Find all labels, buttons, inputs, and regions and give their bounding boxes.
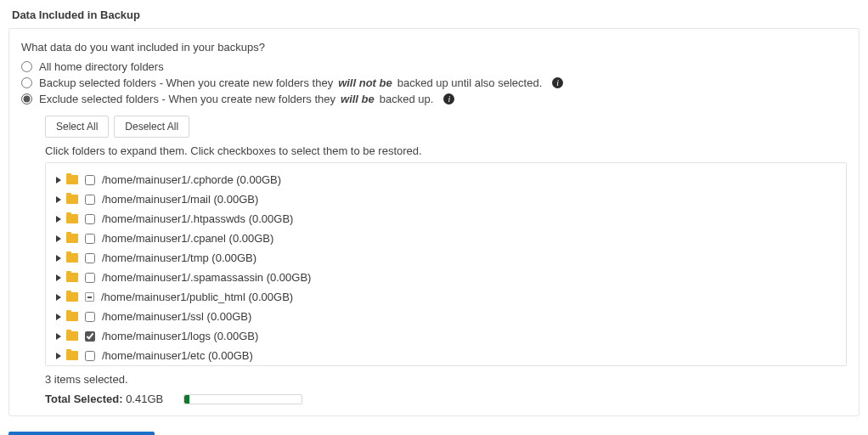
folder-icon <box>66 195 78 204</box>
folder-checkbox[interactable] <box>85 331 95 342</box>
chevron-right-icon[interactable] <box>56 177 61 184</box>
selected-status: 3 items selected. <box>45 373 847 386</box>
radio-all-label: All home directory folders <box>39 60 164 73</box>
progress-fill <box>184 395 189 404</box>
radio-exclude-selected[interactable] <box>21 93 32 105</box>
actions-row: Apply Changes Cancel <box>0 425 868 435</box>
radio-all[interactable] <box>21 61 32 72</box>
radio-exclude-selected-emph: will be <box>341 93 375 105</box>
chevron-right-icon[interactable] <box>56 255 61 262</box>
folder-path: /home/mainuser1/etc (0.00GB) <box>102 349 253 362</box>
folder-path: /home/mainuser1/.htpasswds (0.00GB) <box>102 212 293 225</box>
tree-row[interactable]: /home/mainuser1/tmp (0.00GB) <box>54 248 839 268</box>
tree-row[interactable]: /home/mainuser1/.htpasswds (0.00GB) <box>54 209 839 229</box>
folder-tree[interactable]: /home/mainuser1/.cphorde (0.00GB)/home/m… <box>45 162 847 366</box>
radio-option-backup-selected[interactable]: Backup selected folders - When you creat… <box>21 75 847 91</box>
chevron-right-icon[interactable] <box>56 314 61 320</box>
panel-title: Data Included in Backup <box>0 0 868 28</box>
chevron-right-icon[interactable] <box>56 196 61 203</box>
tree-row[interactable]: /home/mainuser1/public_html (0.00GB) <box>54 287 839 307</box>
folder-path: /home/mainuser1/logs (0.00GB) <box>102 330 258 342</box>
radio-backup-selected-post: backed up until also selected. <box>397 76 543 89</box>
tree-row[interactable]: /home/mainuser1/etc (0.00GB) <box>54 346 839 365</box>
select-buttons-row: Select All Deselect All <box>45 116 847 138</box>
info-icon[interactable]: i <box>552 77 563 88</box>
select-all-button[interactable]: Select All <box>45 116 109 138</box>
folder-icon <box>66 253 78 263</box>
folder-checkbox[interactable] <box>85 195 95 205</box>
folder-path: /home/mainuser1/.cphorde (0.00GB) <box>102 173 281 186</box>
radio-exclude-selected-pre: Exclude selected folders - When you crea… <box>39 93 335 105</box>
progress-bar <box>183 394 302 404</box>
folder-icon <box>66 234 78 243</box>
folder-path: /home/mainuser1/.cpanel (0.00GB) <box>102 232 273 245</box>
chevron-right-icon[interactable] <box>56 216 61 223</box>
total-row: Total Selected: 0.41GB <box>45 393 847 405</box>
info-icon[interactable]: i <box>443 93 454 105</box>
folder-path: /home/mainuser1/ssl (0.00GB) <box>102 310 251 323</box>
backup-panel: What data do you want included in your b… <box>8 28 860 416</box>
folder-path: /home/mainuser1/tmp (0.00GB) <box>102 251 256 264</box>
chevron-right-icon[interactable] <box>56 235 61 242</box>
radio-option-all[interactable]: All home directory folders <box>21 59 847 75</box>
instruction-text: Click folders to expand them. Click chec… <box>45 144 847 157</box>
folder-checkbox[interactable] <box>85 273 95 283</box>
folder-path: /home/mainuser1/public_html (0.00GB) <box>101 291 293 303</box>
radio-exclude-selected-post: backed up. <box>380 93 434 105</box>
radio-backup-selected-emph: will not be <box>338 76 392 89</box>
folder-checkbox[interactable] <box>85 253 95 263</box>
folder-checkbox-indeterminate[interactable] <box>85 292 94 302</box>
chevron-right-icon[interactable] <box>56 333 61 340</box>
total-value: 0.41GB <box>126 393 163 405</box>
folder-path: /home/mainuser1/.spamassassin (0.00GB) <box>102 271 311 284</box>
folder-icon <box>66 312 78 321</box>
folder-checkbox[interactable] <box>85 351 95 361</box>
folder-icon <box>66 214 78 223</box>
tree-row[interactable]: /home/mainuser1/mail (0.00GB) <box>54 189 839 209</box>
folder-icon <box>66 273 78 282</box>
chevron-right-icon[interactable] <box>56 274 61 281</box>
tree-row[interactable]: /home/mainuser1/.spamassassin (0.00GB) <box>54 268 839 287</box>
folder-checkbox[interactable] <box>85 312 95 322</box>
folder-checkbox[interactable] <box>85 234 95 244</box>
question-text: What data do you want included in your b… <box>21 41 847 54</box>
tree-row[interactable]: /home/mainuser1/.cpanel (0.00GB) <box>54 229 839 248</box>
chevron-right-icon[interactable] <box>56 353 61 359</box>
folder-icon <box>66 351 78 360</box>
folder-checkbox[interactable] <box>85 214 95 224</box>
radio-option-exclude-selected[interactable]: Exclude selected folders - When you crea… <box>21 91 847 107</box>
deselect-all-button[interactable]: Deselect All <box>114 116 189 138</box>
radio-backup-selected-pre: Backup selected folders - When you creat… <box>39 76 333 89</box>
chevron-right-icon[interactable] <box>56 294 61 301</box>
apply-changes-button[interactable]: Apply Changes <box>8 432 155 435</box>
tree-row[interactable]: /home/mainuser1/.cphorde (0.00GB) <box>54 170 839 189</box>
folder-icon <box>66 292 78 302</box>
folder-icon <box>66 175 78 184</box>
tree-row[interactable]: /home/mainuser1/ssl (0.00GB) <box>54 307 839 326</box>
tree-row[interactable]: /home/mainuser1/logs (0.00GB) <box>54 326 839 346</box>
folder-icon <box>66 331 78 341</box>
folder-checkbox[interactable] <box>85 175 95 185</box>
total-label: Total Selected: <box>45 393 123 405</box>
folder-path: /home/mainuser1/mail (0.00GB) <box>102 193 258 206</box>
radio-backup-selected[interactable] <box>21 77 32 88</box>
